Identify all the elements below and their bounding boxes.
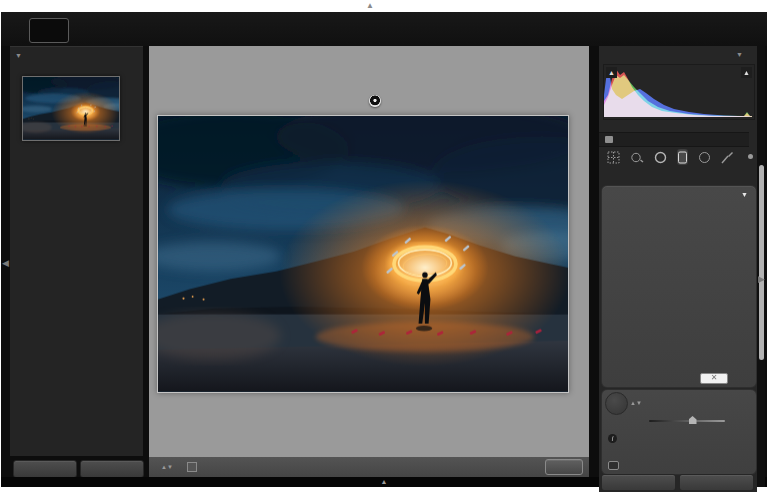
- left-panel: ▼: [10, 46, 143, 456]
- effect-panel: ▼ ✕: [601, 185, 757, 388]
- filmstrip-expand-arrow-icon[interactable]: ▲: [381, 478, 388, 485]
- panel-expanded-triangle-icon[interactable]: ▼: [736, 51, 743, 58]
- tool-strip: [599, 147, 749, 167]
- histogram-header[interactable]: ▼: [599, 46, 749, 62]
- left-panel-collapse-arrow-icon[interactable]: ◀: [2, 258, 9, 268]
- main-photo[interactable]: [157, 115, 569, 393]
- spot-removal-tool-icon[interactable]: [630, 149, 644, 165]
- histogram-graph[interactable]: ▲ ▲: [603, 64, 755, 120]
- done-button[interactable]: [545, 459, 583, 475]
- mask-row: [599, 168, 749, 181]
- right-panel: ▼ ▲ ▲: [599, 46, 757, 492]
- panel-on-off-switch-icon[interactable]: [608, 461, 619, 470]
- edit-pin[interactable]: [369, 95, 381, 107]
- dropdown-arrows-icon[interactable]: ▲▼: [630, 400, 642, 406]
- histogram-curves: [604, 65, 752, 117]
- range-mask-tip: i: [608, 430, 751, 443]
- adjustment-brush-tool-icon[interactable]: [721, 149, 734, 165]
- panel-footer: [608, 460, 748, 471]
- paste-button[interactable]: [80, 460, 144, 478]
- copy-button[interactable]: [13, 460, 77, 478]
- graduated-filter-tool-icon[interactable]: [677, 149, 688, 165]
- amount-slider-knob[interactable]: [689, 416, 697, 424]
- groove-knob-icon: [748, 154, 753, 159]
- smart-preview-icon: [605, 136, 613, 143]
- range-mask-panel: ▲▼ i: [601, 389, 757, 475]
- top-bar: [1, 12, 767, 46]
- develop-toolbar: ▲▼: [149, 457, 589, 477]
- show-mask-overlay-checkbox[interactable]: [187, 462, 197, 472]
- radial-filter-tool-icon[interactable]: [698, 149, 711, 165]
- effect-row: ▼: [610, 191, 748, 202]
- top-panel-collapse-arrow-icon[interactable]: ▲: [366, 1, 374, 10]
- lightroom-window: ▼ ◀ ▲▼ ▲ ▼: [1, 12, 767, 487]
- panel-expanded-triangle-icon[interactable]: ▼: [15, 52, 22, 59]
- right-panel-scrollbar[interactable]: [759, 165, 764, 360]
- reset-button[interactable]: [679, 474, 754, 491]
- image-canvas[interactable]: [149, 46, 589, 457]
- panel-expanded-triangle-icon[interactable]: ▼: [741, 191, 748, 202]
- range-mask-title[interactable]: ▲▼: [630, 397, 750, 407]
- crop-overlay-tool-icon[interactable]: [607, 149, 620, 165]
- rgb-readout: [599, 120, 749, 130]
- previous-button[interactable]: [601, 474, 676, 491]
- color-swatch[interactable]: ✕: [700, 373, 728, 384]
- navigator-thumbnail[interactable]: [22, 76, 120, 141]
- info-icon: i: [608, 434, 617, 443]
- highlight-clipping-indicator-icon[interactable]: ▲: [741, 67, 752, 78]
- lightroom-logo: [29, 18, 69, 43]
- right-panel-collapse-arrow-icon[interactable]: ▶: [758, 274, 765, 284]
- red-eye-tool-icon[interactable]: [654, 149, 667, 165]
- dropdown-arrows-icon[interactable]: ▲▼: [161, 464, 173, 470]
- color-row: ✕: [608, 373, 750, 384]
- amount-slider-row: [608, 416, 750, 426]
- smart-preview-row[interactable]: [599, 132, 749, 147]
- navigator-header[interactable]: ▼: [10, 47, 143, 64]
- amount-slider-track[interactable]: [649, 420, 725, 422]
- shadow-clipping-indicator-icon[interactable]: ▲: [606, 67, 617, 78]
- color-range-selector-eyedropper[interactable]: [605, 392, 628, 415]
